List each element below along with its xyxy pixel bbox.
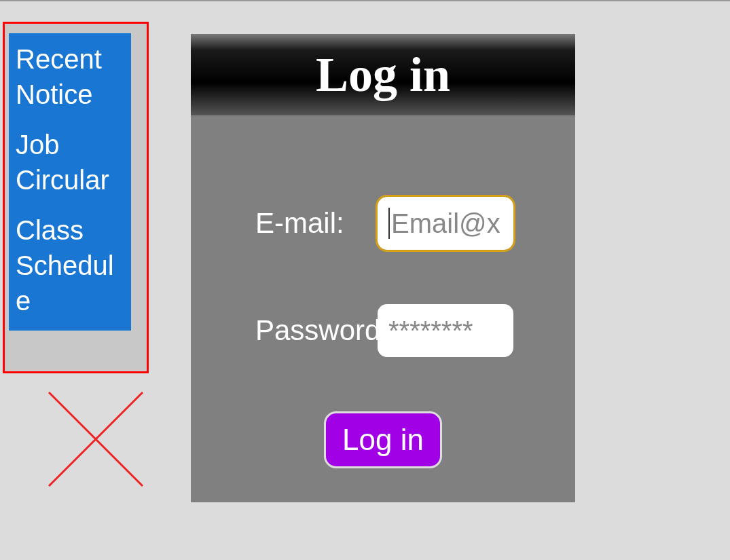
sidebar: Recent Notice Job Circular Class Schedul… — [9, 33, 131, 331]
email-input[interactable]: Email@x — [378, 197, 513, 250]
close-icon[interactable] — [42, 386, 151, 494]
login-heading: Log in — [191, 34, 575, 115]
sidebar-item-label: Job Circular — [16, 130, 109, 195]
text-caret-icon — [388, 208, 390, 239]
password-masked-text: ******** — [388, 316, 473, 346]
sidebar-item-class-schedule[interactable]: Class Schedule — [16, 212, 124, 318]
sidebar-item-recent-notice[interactable]: Recent Notice — [16, 41, 124, 112]
email-placeholder-text: Email@x — [391, 208, 500, 239]
email-label: E-mail: — [211, 207, 378, 240]
sidebar-container: Recent Notice Job Circular Class Schedul… — [3, 22, 149, 373]
sidebar-item-label: Recent Notice — [16, 44, 102, 109]
password-input[interactable]: ******** — [378, 304, 513, 357]
login-button-row: Log in — [211, 411, 555, 468]
login-body: E-mail: Email@x Password: ******** Log i… — [191, 115, 575, 502]
login-panel: Log in E-mail: Email@x Password: *******… — [191, 34, 575, 502]
password-label: Password: — [211, 314, 378, 347]
sidebar-item-label: Class Schedule — [16, 215, 114, 316]
password-row: Password: ******** — [211, 304, 555, 357]
email-row: E-mail: Email@x — [211, 197, 555, 250]
sidebar-item-job-circular[interactable]: Job Circular — [16, 127, 124, 198]
login-button-label: Log in — [342, 423, 424, 456]
login-button[interactable]: Log in — [324, 411, 442, 468]
